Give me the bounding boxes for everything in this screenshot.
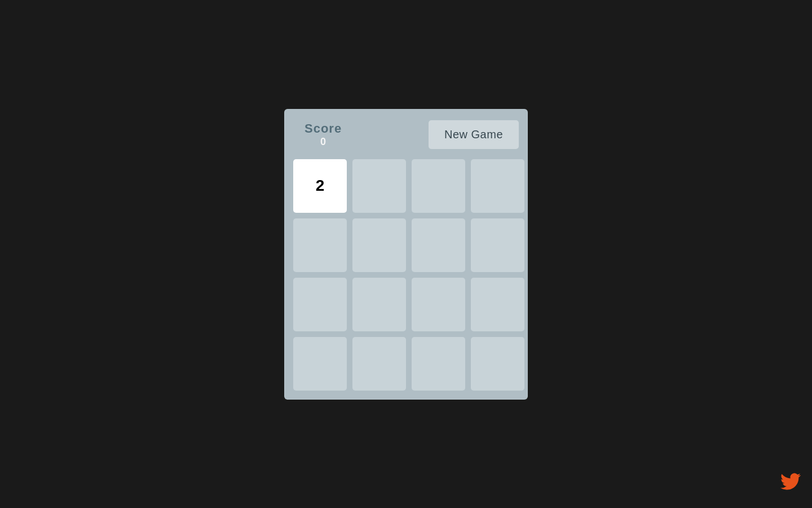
game-grid: 2	[293, 159, 519, 391]
tile	[471, 159, 524, 213]
tile	[352, 278, 406, 331]
score-value: 0	[320, 136, 326, 148]
new-game-button[interactable]: New Game	[429, 120, 519, 149]
tile	[471, 218, 524, 272]
tile	[293, 278, 347, 331]
header: Score 0 New Game	[293, 118, 519, 151]
tile	[293, 218, 347, 272]
tile	[471, 278, 524, 331]
tile	[471, 337, 524, 391]
twitter-icon[interactable]	[780, 471, 801, 497]
score-label: Score	[304, 121, 342, 136]
tile	[352, 218, 406, 272]
tile	[412, 278, 465, 331]
game-container: Score 0 New Game 2	[284, 109, 528, 400]
tile	[412, 159, 465, 213]
score-section: Score 0	[293, 118, 353, 151]
tile	[352, 159, 406, 213]
tile	[412, 218, 465, 272]
tile	[352, 337, 406, 391]
tile	[412, 337, 465, 391]
tile	[293, 337, 347, 391]
tile: 2	[293, 159, 347, 213]
